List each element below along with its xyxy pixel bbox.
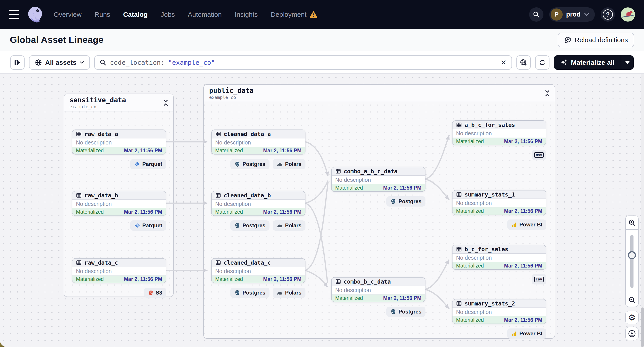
nav-item-jobs[interactable]: Jobs (161, 11, 175, 18)
collapse-vertical-icon[interactable] (163, 99, 169, 106)
kind-tag-label: Power BI (519, 331, 542, 337)
page-title: Global Asset Lineage (10, 35, 104, 45)
open-in-new-tab-button[interactable] (516, 55, 531, 70)
kind-tag-label: Postgres (242, 290, 266, 296)
materialization-timestamp[interactable]: Mar 2, 11:56 PM (504, 317, 542, 323)
materialization-timestamp[interactable]: Mar 2, 11:56 PM (383, 295, 422, 301)
kind-tag-postgres: Postgres (230, 159, 270, 169)
zoom-slider-thumb[interactable] (628, 251, 636, 259)
question-circle-icon: ? (603, 9, 613, 20)
materialization-timestamp[interactable]: Mar 2, 11:56 PM (124, 276, 162, 282)
asset-node-cleaned_data_a[interactable]: cleaned_data_a No description Materializ… (211, 129, 306, 169)
powerbi-icon (511, 331, 517, 337)
scrollbar-thumb[interactable] (641, 308, 644, 347)
asset-node-b_c_for_sales[interactable]: b_c_for_sales No description Materialize… (452, 245, 546, 285)
zoom-in-icon (628, 219, 636, 226)
asset-name: b_c_for_sales (464, 246, 508, 253)
nav-item-overview[interactable]: Overview (54, 11, 82, 18)
open-panel-button[interactable] (10, 55, 24, 70)
materialization-timestamp[interactable]: Mar 2, 11:56 PM (263, 209, 302, 215)
asset-node-cleaned_data_b[interactable]: cleaned_data_b No description Materializ… (211, 191, 306, 231)
deployment-switcher[interactable]: P prod (549, 7, 595, 22)
vertical-scrollbar[interactable] (641, 74, 644, 347)
asset-node-combo_b_c_data[interactable]: combo_b_c_data No description Materializ… (331, 277, 426, 317)
nav-items: Overview Runs Catalog Jobs Automation In… (54, 11, 317, 18)
zoom-slider-track[interactable] (630, 235, 634, 288)
kind-tag-postgres: Postgres (386, 307, 426, 317)
clear-search-icon[interactable]: ✕ (500, 59, 506, 66)
kind-tag-label: Postgres (398, 309, 422, 315)
download-image-button[interactable] (625, 327, 639, 340)
gear-icon: ⚙ (628, 313, 636, 322)
nav-item-runs[interactable]: Runs (94, 11, 110, 18)
table-grid-icon (215, 131, 221, 137)
asset-node-raw_data_c[interactable]: raw_data_c No description MaterializedMa… (72, 258, 166, 298)
asset-name: cleaned_data_c (224, 260, 271, 266)
cube-reload-icon (564, 36, 572, 44)
status-badge: Materialized (335, 185, 363, 191)
materialization-timestamp[interactable]: Mar 2, 11:56 PM (504, 138, 542, 144)
asset-description: No description (72, 267, 166, 276)
nav-item-insights[interactable]: Insights (235, 11, 258, 18)
asset-node-summary_stats_1[interactable]: summary_stats_1 No description Materiali… (452, 190, 546, 230)
materialize-options-dropdown[interactable] (621, 61, 634, 64)
materialize-all-button[interactable]: Materialize all (554, 55, 634, 70)
lineage-canvas[interactable]: sensitive_data example_co public_data ex… (0, 74, 644, 347)
kind-tag-polars: Polars (272, 288, 306, 298)
asset-description: No description (212, 200, 305, 208)
graph-settings-button[interactable]: ⚙ (625, 311, 639, 324)
materialization-timestamp[interactable]: Mar 2, 11:56 PM (124, 148, 162, 154)
asset-name: cleaned_data_a (224, 131, 271, 137)
asset-scope-dropdown[interactable]: All assets (29, 55, 90, 70)
zoom-slider[interactable] (626, 229, 638, 293)
lineage-canvas-wrap: sensitive_data example_co public_data ex… (0, 74, 644, 347)
asset-node-summary_stats_2[interactable]: summary_stats_2 No description Materiali… (452, 299, 546, 339)
user-avatar[interactable] (621, 7, 635, 22)
refresh-button[interactable] (535, 55, 550, 70)
asset-description: No description (452, 199, 546, 207)
materialization-timestamp[interactable]: Mar 2, 11:56 PM (504, 263, 542, 269)
nav-item-catalog[interactable]: Catalog (123, 11, 148, 18)
zoom-out-button[interactable] (626, 293, 638, 307)
search-button[interactable] (529, 7, 544, 22)
kind-tag-parquet: Parquet (130, 159, 166, 169)
postgres-icon (390, 309, 396, 315)
zoom-in-button[interactable] (626, 216, 638, 229)
kind-tag-label: Parquet (142, 161, 162, 167)
polars-bear-icon (277, 161, 283, 167)
asset-node-cleaned_data_c[interactable]: cleaned_data_c No description Materializ… (211, 258, 306, 298)
help-button[interactable]: ? (601, 7, 615, 22)
materialization-timestamp[interactable]: Mar 2, 11:56 PM (504, 208, 542, 214)
status-badge: Materialized (76, 276, 104, 282)
asset-node-raw_data_b[interactable]: raw_data_b No description MaterializedMa… (72, 191, 166, 231)
dagster-logo-icon[interactable] (26, 5, 45, 24)
asset-node-a_b_c_for_sales[interactable]: a_b_c_for_sales No description Materiali… (452, 120, 546, 160)
table-grid-icon (456, 246, 462, 252)
collapse-vertical-icon[interactable] (544, 90, 550, 97)
menu-icon[interactable] (9, 10, 19, 19)
materialization-timestamp[interactable]: Mar 2, 11:56 PM (263, 148, 302, 154)
materialization-timestamp[interactable]: Mar 2, 11:56 PM (383, 185, 422, 191)
kind-tag-label: Polars (285, 222, 302, 229)
kind-tag-label: Power BI (519, 222, 542, 228)
sparkles-icon (560, 59, 568, 66)
deployment-initial-badge: P (550, 8, 563, 20)
asset-node-raw_data_a[interactable]: raw_data_a No description MaterializedMa… (72, 129, 166, 169)
asset-name: raw_data_c (84, 260, 118, 266)
asset-name: raw_data_a (84, 131, 118, 137)
asset-node-combo_a_b_c_data[interactable]: combo_a_b_c_data No description Material… (331, 167, 426, 207)
table-grid-icon (76, 192, 82, 198)
status-badge: Materialized (215, 276, 243, 282)
nav-item-automation[interactable]: Automation (188, 11, 222, 18)
materialization-timestamp[interactable]: Mar 2, 11:56 PM (124, 209, 162, 215)
nav-item-deployment[interactable]: Deployment (271, 11, 317, 18)
reload-definitions-button[interactable]: Reload definitions (558, 32, 634, 47)
globe-icon (35, 59, 42, 66)
kind-tag-postgres: Postgres (230, 220, 270, 231)
asset-description: No description (72, 138, 166, 147)
asset-group-header[interactable]: public_data example_co (204, 85, 554, 102)
asset-search-input[interactable]: code_location:"example_co" ✕ (94, 55, 512, 70)
materialization-timestamp[interactable]: Mar 2, 11:56 PM (263, 276, 302, 282)
table-grid-icon (215, 192, 221, 198)
asset-group-header[interactable]: sensitive_data example_co (64, 94, 173, 111)
